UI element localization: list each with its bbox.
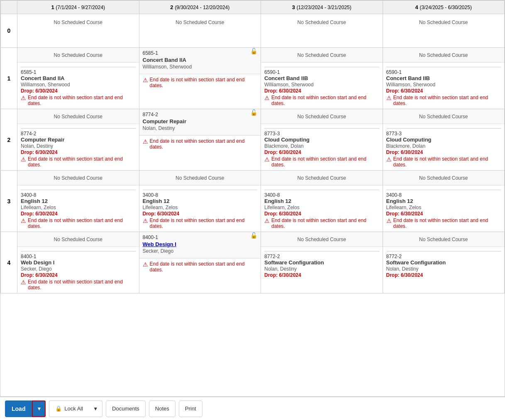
- error-msg-r2-c0: ⚠End date is not within section start an…: [21, 156, 136, 168]
- error-msg-r2-c3: ⚠End date is not within section start an…: [386, 156, 501, 168]
- drop-date-r4-c3: Drop: 6/30/2024: [386, 272, 423, 278]
- lock-all-label: Lock All: [64, 405, 83, 412]
- documents-label: Documents: [112, 405, 139, 412]
- cell-r1-c2[interactable]: No Scheduled Course6590-1Concert Band II…: [261, 48, 383, 109]
- cell-r0-c1[interactable]: No Scheduled Course: [139, 14, 261, 48]
- teacher-top-r1-c1: Williamson, Sherwood: [143, 64, 192, 70]
- lock-all-dropdown-button[interactable]: ▼: [89, 400, 102, 417]
- error-icon-r4-c0: ⚠: [21, 279, 26, 286]
- lock-arrow-icon: ▼: [93, 406, 98, 412]
- teacher-r4-c2: Nolan, Destiny: [264, 266, 297, 272]
- error-msg-r4-c1: ⚠End date is not within section start an…: [143, 261, 258, 273]
- error-text-r3-c0: End date is not within section start and…: [28, 217, 136, 229]
- print-button[interactable]: Print: [179, 400, 202, 417]
- top-label-r3-c3: No Scheduled Course: [419, 175, 468, 181]
- error-text-r1-c3: End date is not within section start and…: [393, 95, 501, 106]
- drop-date-r1-c0: Drop: 6/30/2024: [21, 88, 58, 94]
- course-num-r4-c0: 8400-1: [21, 254, 36, 259]
- course-name-r4-c3: Software Configuration: [386, 259, 446, 266]
- course-name-top-r4-c1: Web Design I: [143, 241, 176, 247]
- cell-r4-c2[interactable]: No Scheduled Course8772-2Software Config…: [261, 232, 383, 293]
- teacher-r2-c2: Blackmore, Dolan: [264, 143, 304, 149]
- top-label-r1-c0: No Scheduled Course: [54, 52, 102, 58]
- teacher-r2-c0: Nolan, Destiny: [21, 143, 53, 149]
- load-button[interactable]: Load: [5, 400, 32, 417]
- error-text-r1-c0: End date is not within section start and…: [28, 95, 136, 106]
- cell-r1-c0[interactable]: No Scheduled Course6585-1Concert Band II…: [17, 48, 139, 109]
- row-num-3: 3: [1, 171, 17, 232]
- header-row-num: [1, 1, 17, 14]
- cell-r1-c1[interactable]: 6585-1Concert Band IIAWilliamson, Sherwo…: [139, 48, 261, 109]
- top-label-r2-c0: No Scheduled Course: [54, 114, 102, 120]
- error-msg-r2-c2: ⚠End date is not within section start an…: [264, 156, 379, 168]
- cell-r4-c0[interactable]: No Scheduled Course8400-1Web Design ISec…: [17, 232, 139, 293]
- cell-r2-c1[interactable]: 8774-2Computer RepairNolan, Destiny🔓⚠End…: [139, 109, 261, 171]
- cell-r1-c3[interactable]: No Scheduled Course6590-1Concert Band II…: [383, 48, 505, 109]
- course-num-r2-c0: 8774-2: [21, 131, 36, 137]
- course-num-r4-c1: 8400-1: [143, 234, 158, 240]
- cell-r3-c1[interactable]: No Scheduled Course3400-8English 12Lifel…: [139, 171, 261, 232]
- course-name-top-r1-c1: Concert Band IIA: [143, 57, 186, 63]
- error-text-r4-c1: End date is not within section start and…: [150, 261, 258, 273]
- cell-r2-c3[interactable]: No Scheduled Course8773-3Cloud Computing…: [383, 109, 505, 171]
- cell-r3-c3[interactable]: No Scheduled Course3400-8English 12Lifel…: [383, 171, 505, 232]
- cell-r0-c2[interactable]: No Scheduled Course: [261, 14, 383, 48]
- lock-icon-r1-c1: 🔓: [250, 48, 257, 54]
- teacher-top-r4-c1: Secker, Diego: [143, 248, 174, 254]
- error-icon-r1-c1: ⚠: [143, 77, 148, 83]
- drop-date-r2-c0: Drop: 6/30/2024: [21, 149, 58, 155]
- teacher-r3-c3: Lifellearn, Zelos: [386, 205, 422, 210]
- row-num-0: 0: [1, 14, 17, 48]
- course-name-r2-c2: Cloud Computing: [264, 137, 310, 143]
- course-num-r3-c2: 3400-8: [264, 192, 280, 198]
- course-num-r1-c1: 6585-1: [143, 50, 158, 56]
- lock-icon: 🔒: [55, 405, 62, 412]
- cell-r4-c1[interactable]: 8400-1Web Design ISecker, Diego🔓⚠End dat…: [139, 232, 261, 293]
- error-icon-r1-c3: ⚠: [386, 95, 392, 101]
- course-name-r4-c2: Software Configuration: [264, 259, 324, 266]
- schedule-table: 1 (7/1/2024 - 9/27/2024) 2 (9/30/2024 - …: [0, 0, 505, 293]
- header-col3: 3 (12/23/2024 - 3/21/2025): [261, 1, 383, 14]
- header-col4: 4 (3/24/2025 - 6/30/2025): [383, 1, 505, 14]
- course-num-r1-c0: 6585-1: [21, 69, 36, 75]
- cell-r0-c0[interactable]: No Scheduled Course: [17, 14, 139, 48]
- lock-all-button[interactable]: 🔒 Lock All: [49, 400, 89, 417]
- error-icon-r2-c2: ⚠: [264, 156, 270, 163]
- drop-date-r3-c2: Drop: 6/30/2024: [264, 211, 301, 217]
- drop-date-r2-c3: Drop: 6/30/2024: [386, 149, 423, 155]
- course-num-r2-c1: 8774-2: [143, 112, 158, 117]
- notes-button[interactable]: Notes: [149, 400, 176, 417]
- course-num-r2-c3: 8773-3: [386, 131, 402, 137]
- error-msg-r2-c1: ⚠End date is not within section start an…: [143, 138, 258, 150]
- top-label-r3-c2: No Scheduled Course: [298, 175, 346, 181]
- cell-r3-c0[interactable]: No Scheduled Course3400-8English 12Lifel…: [17, 171, 139, 232]
- drop-date-r3-c1: Drop: 6/30/2024: [143, 211, 180, 217]
- col2-label: 2: [170, 4, 173, 10]
- error-text-r2-c3: End date is not within section start and…: [393, 156, 501, 168]
- load-dropdown-button[interactable]: ▼: [32, 400, 46, 417]
- row-num-1: 1: [1, 48, 17, 109]
- course-name-r2-c0: Computer Repair: [21, 137, 64, 143]
- course-name-r1-c3: Concert Band IIB: [386, 75, 430, 81]
- documents-button[interactable]: Documents: [106, 400, 146, 417]
- cell-r4-c3[interactable]: No Scheduled Course8772-2Software Config…: [383, 232, 505, 293]
- top-label-r4-c2: No Scheduled Course: [298, 237, 346, 242]
- error-icon-r2-c1: ⚠: [143, 138, 148, 145]
- cell-r2-c2[interactable]: No Scheduled Course8773-3Cloud Computing…: [261, 109, 383, 171]
- cell-r0-c3[interactable]: No Scheduled Course: [383, 14, 505, 48]
- error-text-r2-c0: End date is not within section start and…: [28, 156, 136, 168]
- course-num-r4-c2: 8772-2: [264, 254, 280, 259]
- course-num-r4-c3: 8772-2: [386, 254, 402, 259]
- cell-r2-c0[interactable]: No Scheduled Course8774-2Computer Repair…: [17, 109, 139, 171]
- error-text-r3-c1: End date is not within section start and…: [150, 217, 258, 229]
- error-msg-r3-c2: ⚠End date is not within section start an…: [264, 217, 379, 229]
- drop-date-r3-c0: Drop: 6/30/2024: [21, 211, 58, 217]
- top-label-r4-c3: No Scheduled Course: [419, 237, 468, 242]
- course-name-r3-c1: English 12: [143, 198, 170, 204]
- drop-date-r2-c2: Drop: 6/30/2024: [264, 149, 301, 155]
- row-num-4: 4: [1, 232, 17, 293]
- top-label-r2-c3: No Scheduled Course: [419, 114, 468, 120]
- page-wrapper: 1 (7/1/2024 - 9/27/2024) 2 (9/30/2024 - …: [0, 0, 505, 420]
- col1-dates: (7/1/2024 - 9/27/2024): [56, 5, 105, 10]
- cell-r3-c2[interactable]: No Scheduled Course3400-8English 12Lifel…: [261, 171, 383, 232]
